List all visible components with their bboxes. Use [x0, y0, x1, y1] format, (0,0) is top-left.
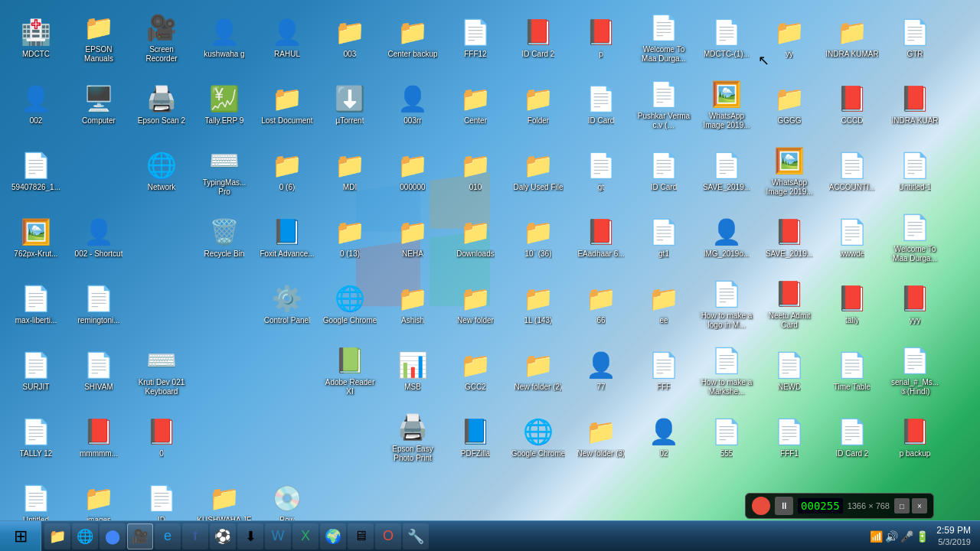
- taskbar-facebook[interactable]: f: [182, 523, 208, 549]
- desktop-icon-555[interactable]: 📄555: [697, 406, 756, 468]
- desktop-icon-pdfzilla[interactable]: 📘PDFZilla: [446, 406, 505, 468]
- desktop-icon-welcome-maa[interactable]: 📄Welcome To Maa Durga...: [634, 6, 694, 69]
- desktop-icon-time-table[interactable]: 📄Time Table: [822, 339, 882, 402]
- desktop-icon-max-liberti[interactable]: 📄max-liberti...: [6, 272, 66, 335]
- desktop-icon-save-2019[interactable]: 📄SAVE_2019...: [697, 139, 756, 202]
- desktop-icon-003rr[interactable]: 👤003rr: [383, 73, 443, 135]
- desktop-icon-762px[interactable]: 🖼️762px-Krut...: [6, 206, 66, 269]
- desktop-icon-ee[interactable]: 📁ee: [634, 272, 694, 335]
- desktop-icon-neha[interactable]: 📁NEHA: [383, 206, 443, 269]
- desktop-icon-save-2019-r4[interactable]: 📕SAVE_2019...: [760, 206, 819, 269]
- desktop-icon-000000[interactable]: 📁000000: [383, 139, 443, 202]
- taskbar-word[interactable]: W: [265, 523, 291, 549]
- desktop-icon-network[interactable]: 🌐Network: [132, 139, 191, 202]
- desktop-icon-new-folder-2[interactable]: 📁New folder (2): [508, 339, 568, 402]
- desktop-icon-pushkar[interactable]: 📄Pushkar Verma c.v (…: [634, 73, 694, 135]
- desktop-icon-surjit[interactable]: 📄SURJIT: [6, 339, 66, 402]
- desktop-icon-mdi[interactable]: 📁MDI: [320, 139, 380, 202]
- desktop-icon-yyy[interactable]: 📕yyy: [885, 272, 945, 335]
- desktop-icon-whatsapp-2019[interactable]: 🖼️WhatsApp Image 2019...: [697, 73, 756, 135]
- desktop-icon-accounti[interactable]: 📄ACCOUNTI...: [822, 139, 882, 202]
- taskbar-recorder[interactable]: 🎥: [127, 523, 153, 549]
- desktop-icon-id-card[interactable]: 📄ID Card: [571, 73, 631, 135]
- desktop-icon-tally[interactable]: 📕tally: [822, 272, 882, 335]
- desktop-icon-1l-143[interactable]: 📁1L (143): [508, 272, 568, 335]
- desktop-icon-cccd[interactable]: 📕CCCD: [822, 73, 882, 135]
- desktop-icon-yy[interactable]: 📁yy: [760, 6, 819, 69]
- desktop-icon-gt[interactable]: 📄gt: [571, 139, 631, 202]
- taskbar-ball[interactable]: ⚽: [210, 523, 236, 549]
- desktop-icon-fff12[interactable]: 📄FFF12: [446, 6, 505, 69]
- desktop-icon-chrome-r7[interactable]: 🌐Google Chrome: [508, 406, 568, 468]
- desktop-icon-folder[interactable]: 📁Folder: [508, 73, 568, 135]
- desktop-icon-fff[interactable]: 📄FFF: [634, 339, 694, 402]
- desktop-icon-0-6[interactable]: 📁0 (6): [257, 139, 317, 202]
- desktop-icon-neetu-admit[interactable]: 📕Neetu Admit Card: [760, 272, 819, 335]
- desktop-icon-adobe[interactable]: 📗Adobe Reader XI: [320, 339, 380, 402]
- desktop-icon-003[interactable]: 📁003: [320, 6, 380, 69]
- desktop-icon-kushwaha-g[interactable]: 👤kushwaha g: [194, 6, 254, 69]
- desktop-icon-77[interactable]: 👤77: [571, 339, 631, 402]
- desktop-icon-gcc2[interactable]: 📁GCC2: [446, 339, 505, 402]
- desktop-icon-kruti-dev[interactable]: ⌨️Kruti Dev 021 Keyboard: [132, 339, 191, 402]
- desktop-icon-typingmaster[interactable]: ⌨️TypingMas... Pro: [194, 139, 254, 202]
- desktop-icon-10-36[interactable]: 📁10` (36): [508, 206, 568, 269]
- desktop-icon-p[interactable]: 📕p: [571, 6, 631, 69]
- desktop-icon-indra-kumar[interactable]: 📁INDRA KUMAR: [822, 6, 882, 69]
- taskbar-chrome[interactable]: ⬤: [100, 523, 126, 549]
- record-stop-button[interactable]: [752, 497, 770, 515]
- desktop-icon-epson-manuals[interactable]: 📁EPSON Manuals: [69, 6, 129, 69]
- desktop-icon-gt1[interactable]: 📄gt1: [634, 206, 694, 269]
- desktop-icon-p-backup[interactable]: 📕p backup: [885, 406, 945, 468]
- desktop-icon-whatsapp-r3[interactable]: 🖼️WhatsApp Image 2019...: [760, 139, 819, 202]
- desktop-icon-002-top[interactable]: 👤002: [6, 73, 66, 135]
- desktop-icon-010[interactable]: 📁010: [446, 139, 505, 202]
- desktop-icon-newd[interactable]: 📄NEWD: [760, 339, 819, 402]
- desktop-icon-img-20190[interactable]: 👤IMG_2019o...: [697, 206, 756, 269]
- desktop-icon-serial-ms[interactable]: 📄serial_#_Ms... ⑤(Hindi): [885, 339, 945, 402]
- desktop-icon-epson-easy[interactable]: 🖨️Epson Easy Photo Print: [383, 406, 443, 468]
- record-close[interactable]: ×: [912, 498, 927, 514]
- desktop-icon-id-card-r3[interactable]: 📄ID Card: [634, 139, 694, 202]
- desktop-icon-msb[interactable]: 📊MSB: [383, 339, 443, 402]
- desktop-icon-new-folder-3[interactable]: 📁New folder (3): [571, 406, 631, 468]
- desktop-icon-0-13[interactable]: 📁0 (13): [320, 206, 380, 269]
- record-minimize[interactable]: □: [894, 498, 910, 514]
- desktop-icon-gggg[interactable]: 📁GGGG: [760, 73, 819, 135]
- desktop-icon-59407826[interactable]: 📄59407826_1...: [6, 139, 66, 202]
- desktop-icon-center[interactable]: 📁Center: [446, 73, 505, 135]
- taskbar-opera[interactable]: O: [375, 523, 401, 549]
- desktop-icon-002-shortcut[interactable]: 👤002 - Shortcut: [69, 206, 129, 269]
- tray-battery[interactable]: 🔋: [916, 530, 929, 543]
- desktop-icon-how-to-make-mark[interactable]: 📄How to make a Markshe...: [697, 339, 756, 402]
- desktop-icon-tally-12[interactable]: 📄TALLY 12: [6, 406, 66, 468]
- desktop-icon-shivam[interactable]: 📄SHIVAM: [69, 339, 129, 402]
- desktop-icon-66[interactable]: 📁66: [571, 272, 631, 335]
- tray-volume[interactable]: 🔊: [885, 530, 898, 543]
- desktop-icon-indra-kuar[interactable]: 📕INDRA KUAR: [885, 73, 945, 135]
- taskbar-utorrent[interactable]: ⬇: [237, 523, 263, 549]
- desktop-icon-new-folder[interactable]: 📁New folder: [446, 272, 505, 335]
- tray-network[interactable]: 📶: [870, 530, 883, 543]
- desktop-icon-mdctc[interactable]: 🏥MDCTC: [6, 6, 66, 69]
- desktop-icon-remingtoni[interactable]: 📄remingtoni...: [69, 272, 129, 335]
- taskbar-monitor[interactable]: 🖥: [348, 523, 374, 549]
- tray-mic[interactable]: 🎤: [900, 530, 913, 543]
- desktop-icon-utorrent[interactable]: ⬇️µTorrent: [320, 73, 380, 135]
- taskbar-ie2[interactable]: e: [155, 523, 181, 549]
- desktop-icon-epson-scan2[interactable]: 🖨️Epson Scan 2: [132, 73, 191, 135]
- desktop-icon-google-chrome-r5[interactable]: 🌐Google Chrome: [320, 272, 380, 335]
- desktop-icon-ashish[interactable]: 📁Ashish: [383, 272, 443, 335]
- desktop-icon-welcome-r4[interactable]: 📄Welcome To Maa Durga...: [885, 206, 945, 269]
- desktop-icon-computer[interactable]: 🖥️Computer: [69, 73, 129, 135]
- desktop-icon-lost-doc[interactable]: 📁Lost Document: [257, 73, 317, 135]
- system-clock[interactable]: 2:59 PM 5/3/2019: [932, 523, 975, 549]
- desktop-icon-rahul[interactable]: 👤RAHUL: [257, 6, 317, 69]
- desktop-icon-how-to-make-logo[interactable]: 📄How to make a logo in M...: [697, 272, 756, 335]
- desktop-icon-control-panel[interactable]: ⚙️Control Panel: [257, 272, 317, 335]
- taskbar-globe[interactable]: 🌍: [320, 523, 346, 549]
- desktop-icon-downloads[interactable]: 📁Downloads: [446, 206, 505, 269]
- desktop-icon-foxit[interactable]: 📘Foxit Advance...: [257, 206, 317, 269]
- start-button[interactable]: ⊞: [0, 521, 41, 552]
- desktop-icon-0[interactable]: 📕0: [132, 406, 191, 468]
